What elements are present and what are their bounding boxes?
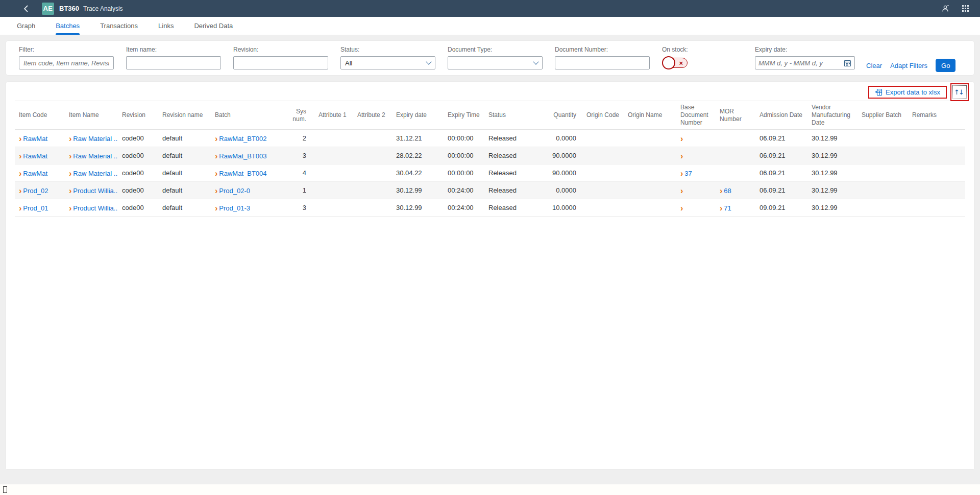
tab-graph[interactable]: Graph bbox=[17, 17, 35, 35]
cell-status: Released bbox=[484, 130, 544, 147]
item-name-link[interactable]: Product Willia... bbox=[73, 204, 118, 212]
empty-box-artifact-icon bbox=[3, 486, 7, 493]
item-code-link[interactable]: Prod_01 bbox=[23, 204, 48, 212]
nav-chevron-icon: › bbox=[215, 134, 217, 143]
cell-item-name: ›Raw Material ... bbox=[65, 147, 118, 164]
cell-item-name: ›Raw Material ... bbox=[65, 130, 118, 147]
cell-attribute-2 bbox=[353, 199, 392, 217]
shell-header: AE BT360 Trace Analysis bbox=[0, 0, 980, 17]
item-code-link[interactable]: Prod_02 bbox=[23, 187, 48, 195]
cell-revision-name: default bbox=[158, 199, 211, 217]
table-row: ›RawMat ›Raw Material ... code00 default… bbox=[15, 130, 965, 147]
tab-derived-data[interactable]: Derived Data bbox=[194, 17, 233, 35]
export-button-highlight: Export data to xlsx bbox=[868, 86, 947, 99]
filter-bar: Filter: Item name: Revision: Status: All… bbox=[6, 41, 974, 75]
col-mor-number: MOR Number bbox=[716, 101, 755, 130]
cell-admission-date: 06.09.21 bbox=[755, 182, 807, 199]
document-type-select[interactable] bbox=[448, 56, 543, 69]
item-code-link[interactable]: RawMat bbox=[23, 135, 47, 143]
on-stock-field: On stock: × bbox=[662, 46, 689, 69]
item-name-link[interactable]: Raw Material ... bbox=[73, 170, 118, 177]
adapt-filters-button[interactable]: Adapt Filters bbox=[886, 60, 932, 72]
app-finder-button[interactable] bbox=[958, 2, 973, 15]
user-button[interactable] bbox=[938, 2, 953, 15]
export-to-xlsx-button[interactable]: Export data to xlsx bbox=[872, 88, 943, 97]
table-row: ›Prod_02 ›Product Willia... code00 defau… bbox=[15, 182, 965, 199]
nav-chevron-icon: › bbox=[680, 204, 683, 213]
cell-attribute-2 bbox=[353, 164, 392, 182]
cell-attribute-1 bbox=[314, 182, 353, 199]
tab-batches[interactable]: Batches bbox=[56, 17, 80, 35]
cell-item-code: ›Prod_01 bbox=[15, 199, 65, 217]
filter-input[interactable] bbox=[19, 56, 114, 69]
item-code-link[interactable]: RawMat bbox=[23, 152, 47, 160]
document-number-input[interactable] bbox=[555, 56, 650, 69]
cell-admission-date: 06.09.21 bbox=[755, 147, 807, 164]
cell-attribute-2 bbox=[353, 182, 392, 199]
cell-vendor-manufacturing-date: 30.12.99 bbox=[807, 147, 857, 164]
revision-label: Revision: bbox=[233, 46, 328, 53]
mor-link-group: ›71 bbox=[720, 204, 731, 212]
on-stock-toggle[interactable]: × bbox=[662, 56, 689, 69]
export-spreadsheet-icon bbox=[875, 88, 883, 96]
col-item-code: Item Code bbox=[15, 101, 65, 130]
mor-number-link[interactable]: 68 bbox=[724, 187, 731, 195]
cell-quantity: 0.0000 bbox=[544, 182, 582, 199]
sort-button[interactable]: ↑↓ bbox=[952, 85, 967, 99]
cell-remarks bbox=[908, 199, 965, 217]
batch-link[interactable]: RawMat_BT002 bbox=[219, 135, 266, 143]
cell-item-code: ›RawMat bbox=[15, 164, 65, 182]
base-document-link[interactable]: 37 bbox=[684, 170, 692, 177]
expiry-date-input[interactable] bbox=[755, 57, 843, 68]
cell-revision: code00 bbox=[118, 182, 158, 199]
status-select[interactable]: All bbox=[340, 56, 435, 69]
nav-chevron-icon: › bbox=[19, 134, 21, 143]
item-code-link[interactable]: RawMat bbox=[23, 170, 47, 177]
cell-mor-number: ›71 bbox=[716, 199, 755, 217]
cell-batch: ›RawMat_BT004 bbox=[211, 164, 279, 182]
expiry-date-label: Expiry date: bbox=[755, 46, 855, 53]
tab-links[interactable]: Links bbox=[158, 17, 174, 35]
cell-expiry-date: 30.12.99 bbox=[392, 199, 444, 217]
cell-batch: ›Prod_02-0 bbox=[211, 182, 279, 199]
col-admission-date: Admission Date bbox=[755, 101, 807, 130]
tab-bar: Graph Batches Transactions Links Derived… bbox=[0, 17, 980, 35]
tab-transactions[interactable]: Transactions bbox=[100, 17, 138, 35]
col-expiry-date: Expiry date bbox=[392, 101, 444, 130]
cell-attribute-1 bbox=[314, 199, 353, 217]
cell-quantity: 0.0000 bbox=[544, 130, 582, 147]
date-picker-button[interactable] bbox=[843, 59, 854, 67]
batch-link[interactable]: Prod_02-0 bbox=[219, 187, 250, 195]
batch-link[interactable]: RawMat_BT003 bbox=[219, 152, 266, 160]
col-item-name: Item Name bbox=[65, 101, 118, 130]
table-row: ›RawMat ›Raw Material ... code00 default… bbox=[15, 147, 965, 164]
toggle-handle bbox=[662, 56, 675, 69]
revision-input[interactable] bbox=[233, 56, 328, 69]
clear-button[interactable]: Clear bbox=[862, 60, 886, 72]
cell-expiry-date: 30.04.22 bbox=[392, 164, 444, 182]
item-name-field: Item name: bbox=[126, 46, 221, 69]
cell-expiry-date: 31.12.21 bbox=[392, 130, 444, 147]
item-name-input[interactable] bbox=[126, 56, 221, 69]
cell-status: Released bbox=[484, 182, 544, 199]
batch-link[interactable]: RawMat_BT004 bbox=[219, 170, 266, 177]
nav-chevron-icon: › bbox=[69, 204, 71, 213]
go-button[interactable]: Go bbox=[936, 59, 955, 72]
batch-link[interactable]: Prod_01-3 bbox=[219, 204, 250, 212]
item-name-link[interactable]: Product Willia... bbox=[73, 187, 118, 195]
calendar-icon bbox=[844, 59, 851, 67]
cell-origin-code bbox=[582, 130, 624, 147]
back-button[interactable] bbox=[19, 2, 33, 15]
cell-attribute-2 bbox=[353, 130, 392, 147]
col-batch: Batch bbox=[211, 101, 279, 130]
cell-revision: code00 bbox=[118, 164, 158, 182]
item-name-link[interactable]: Raw Material ... bbox=[73, 135, 118, 143]
cell-expiry-time: 00:24:00 bbox=[444, 182, 484, 199]
nav-chevron-icon: › bbox=[215, 186, 217, 195]
item-name-link[interactable]: Raw Material ... bbox=[73, 152, 118, 160]
app-subtitle: Trace Analysis bbox=[83, 5, 123, 12]
mor-number-link[interactable]: 71 bbox=[724, 204, 731, 212]
cell-batch: ›RawMat_BT002 bbox=[211, 130, 279, 147]
nav-chevron-icon: › bbox=[215, 204, 217, 213]
col-revision-name: Revision name bbox=[158, 101, 211, 130]
